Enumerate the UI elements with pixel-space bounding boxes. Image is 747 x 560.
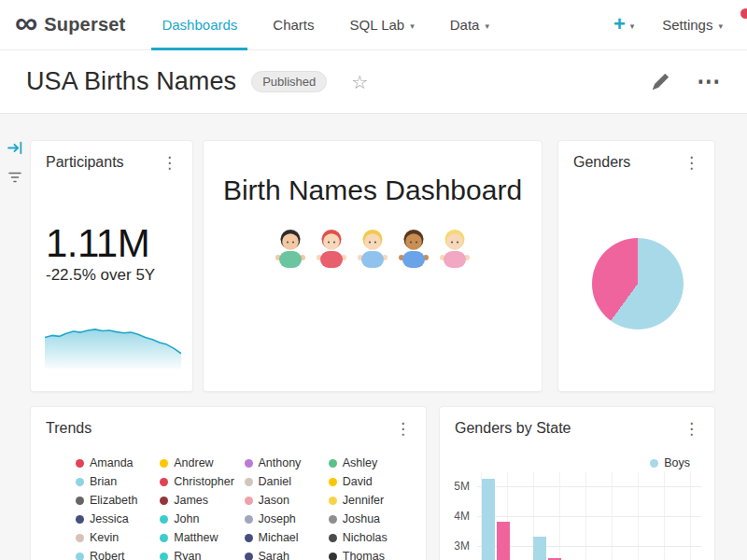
legend-label: Amanda [90, 456, 134, 469]
settings-label: Settings [662, 17, 712, 33]
legend-label: Nicholas [343, 531, 388, 544]
nav-item-charts[interactable]: Charts [255, 0, 331, 50]
chart-menu-kebab-icon[interactable]: ⋮ [154, 151, 185, 175]
chevron-down-icon: ▾ [718, 21, 723, 31]
legend-item-amanda[interactable]: Amanda [76, 454, 160, 472]
markdown-heading: Birth Names Dashboard [204, 175, 542, 206]
superset-infinity-icon: ∞ [15, 7, 37, 38]
filter-lines-icon[interactable] [7, 171, 22, 184]
legend-label: Joseph [259, 512, 296, 525]
nav-item-label: Dashboards [162, 17, 237, 33]
legend-label: Ashley [343, 456, 378, 469]
brand-name: Superset [44, 14, 125, 35]
legend-dot [329, 534, 337, 542]
y-axis-label: 3M [440, 539, 470, 553]
legend-item-ashley[interactable]: Ashley [329, 454, 413, 472]
legend-item-jennifer[interactable]: Jennifer [329, 491, 413, 510]
legend-item-andrew[interactable]: Andrew [160, 454, 244, 472]
legend-dot [329, 497, 337, 505]
y-axis-label: 4M [440, 510, 470, 523]
settings-menu[interactable]: Settings ▾ [662, 17, 723, 33]
legend-label: James [174, 494, 208, 507]
nav-item-dashboards[interactable]: Dashboards [144, 0, 255, 50]
genders-pie-chart[interactable] [592, 238, 684, 329]
legend-item-james[interactable]: James [160, 491, 244, 510]
legend-dot [329, 515, 337, 524]
legend-dot [329, 553, 337, 560]
legend-label: Jessica [90, 512, 129, 525]
edit-pencil-icon[interactable] [653, 74, 669, 90]
legend-item-ryan[interactable]: Ryan [160, 547, 244, 560]
legend-dot [160, 534, 168, 542]
chart-menu-kebab-icon[interactable]: ⋮ [388, 417, 418, 441]
legend-item-daniel[interactable]: Daniel [245, 472, 329, 491]
legend-label: Jason [259, 494, 289, 507]
legend-label: Sarah [259, 550, 289, 560]
legend-item-jessica[interactable]: Jessica [76, 510, 160, 528]
bar-girls-0[interactable] [497, 522, 510, 560]
main-nav: DashboardsChartsSQL Lab▾Data▾ [144, 0, 506, 50]
legend-item-robert[interactable]: Robert [76, 547, 160, 560]
legend-item-kevin[interactable]: Kevin [76, 528, 160, 547]
plus-icon: + [613, 14, 626, 35]
nav-item-sql-lab[interactable]: SQL Lab▾ [332, 0, 432, 50]
legend-item-jason[interactable]: Jason [245, 491, 329, 510]
legend-item-john[interactable]: John [160, 510, 244, 528]
legend-item-joseph[interactable]: Joseph [245, 510, 329, 528]
legend-dot [76, 534, 84, 542]
expand-filter-bar-icon[interactable] [7, 140, 23, 156]
chart-card-participants: Participants ⋮ 1.11M -22.5% over 5Y [30, 140, 193, 392]
legend-item-nicholas[interactable]: Nicholas [329, 528, 413, 547]
child-figure-icon [355, 227, 390, 270]
legend-item-thomas[interactable]: Thomas [329, 547, 413, 560]
legend-item-matthew[interactable]: Matthew [160, 528, 244, 547]
legend-dot [245, 534, 253, 542]
legend-label: Anthony [259, 456, 302, 469]
child-figure-icon [314, 227, 349, 270]
bar-boys-0[interactable] [482, 479, 495, 560]
dashboard-title: USA Births Names [26, 67, 236, 96]
legend-item-brian[interactable]: Brian [76, 472, 160, 491]
legend-label: Joshua [343, 512, 380, 525]
legend-dot [160, 497, 168, 505]
legend-item-joshua[interactable]: Joshua [329, 510, 413, 528]
more-actions-icon[interactable]: ⋯ [697, 75, 721, 90]
filter-rail [0, 114, 30, 184]
legend-dot [76, 553, 84, 560]
legend-dot [245, 497, 253, 505]
legend-dot [160, 515, 168, 524]
legend-dot [245, 553, 253, 560]
bar-boys-1[interactable] [533, 537, 546, 560]
dashboard-header: USA Births Names Published ☆ ⋯ [0, 50, 747, 114]
legend-label: Andrew [174, 456, 213, 469]
chart-card-genders-by-state: Genders by State ⋮ Boys 5M4M3M [439, 406, 715, 560]
big-number-value: 1.11M [46, 221, 149, 266]
new-item-button[interactable]: + ▾ [613, 16, 634, 35]
legend-label: Daniel [259, 475, 291, 488]
nav-item-data[interactable]: Data▾ [432, 0, 507, 50]
superset-logo[interactable]: ∞ Superset [15, 11, 125, 38]
favorite-star-icon[interactable]: ☆ [351, 71, 368, 93]
legend-item-michael[interactable]: Michael [245, 528, 329, 547]
legend-item-elizabeth[interactable]: Elizabeth [76, 491, 160, 510]
trend-label: -22.5% over 5Y [46, 266, 155, 285]
legend-item-anthony[interactable]: Anthony [245, 454, 329, 472]
legend-label: David [343, 475, 373, 488]
legend-item-sarah[interactable]: Sarah [245, 547, 329, 560]
legend-label: Robert [90, 550, 125, 560]
chart-card-trends: Trends ⋮ AmandaAndrewAnthonyAshleyBrianC… [30, 406, 427, 560]
legend-dot [329, 459, 337, 468]
legend-item-david[interactable]: David [329, 472, 413, 491]
chevron-down-icon: ▾ [485, 21, 489, 31]
chart-title: Trends [46, 420, 92, 437]
legend-dot [160, 553, 168, 560]
chart-card-genders: Genders ⋮ [557, 140, 715, 392]
chart-menu-kebab-icon[interactable]: ⋮ [676, 151, 707, 175]
child-figure-icon [437, 227, 472, 270]
participants-sparkline [45, 318, 181, 369]
navbar-right: + ▾ Settings ▾ [613, 16, 732, 35]
legend-item-christopher[interactable]: Christopher [160, 472, 244, 491]
nav-item-label: Data [450, 17, 480, 33]
published-badge[interactable]: Published [251, 71, 327, 92]
gridline [477, 486, 701, 487]
